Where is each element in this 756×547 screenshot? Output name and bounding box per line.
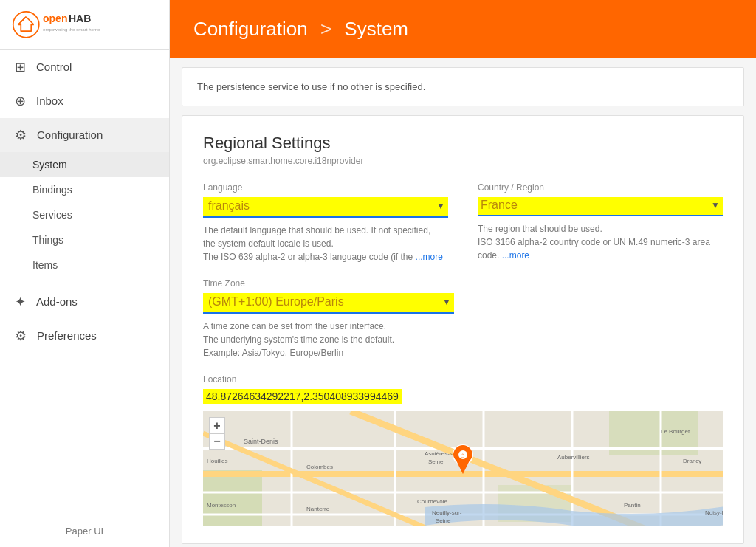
sidebar-footer: Paper UI xyxy=(0,515,169,547)
regional-title: Regional Settings xyxy=(203,134,723,153)
timezone-dropdown-arrow[interactable]: ▼ xyxy=(442,297,451,307)
svg-text:empowering the smart home: empowering the smart home xyxy=(43,27,100,32)
country-value: France xyxy=(481,199,711,212)
sidebar-subitem-bindings[interactable]: Bindings xyxy=(0,177,169,202)
svg-text:Montesson: Montesson xyxy=(207,502,236,509)
sidebar-subitem-things-label: Things xyxy=(32,234,63,246)
country-col: Country / Region France ▼ The region tha… xyxy=(478,182,723,264)
svg-text:Le Bourget: Le Bourget xyxy=(661,428,690,435)
timezone-value: (GMT+1:00) Europe/Paris xyxy=(206,295,438,309)
sidebar-subitem-system[interactable]: System xyxy=(0,152,169,177)
sidebar-item-addons[interactable]: ✦ Add-ons xyxy=(0,285,169,319)
svg-line-1 xyxy=(18,17,27,25)
svg-text:Aubervilliers: Aubervilliers xyxy=(557,454,590,461)
svg-text:Pantin: Pantin xyxy=(624,502,641,509)
preferences-icon: ⚙ xyxy=(15,328,27,344)
svg-line-2 xyxy=(26,17,34,25)
logo-area: open HAB empowering the smart home xyxy=(0,0,169,50)
country-more-link[interactable]: ...more xyxy=(502,250,529,261)
svg-text:Neuilly-sur-: Neuilly-sur- xyxy=(432,509,462,516)
country-desc: The region that should be used. ISO 3166… xyxy=(478,222,723,262)
location-value: 48.87264634292217,2.350408933994469 xyxy=(203,389,402,404)
location-label: Location xyxy=(203,374,723,385)
sidebar-item-control-label: Control xyxy=(36,61,72,73)
language-desc: The default language that should be used… xyxy=(203,224,448,264)
language-value: français xyxy=(206,199,436,213)
sidebar-subitem-system-label: System xyxy=(32,159,67,171)
sidebar-subitem-services[interactable]: Services xyxy=(0,202,169,227)
language-country-row: Language français ▼ The default language… xyxy=(203,182,723,264)
language-label: Language xyxy=(203,182,448,193)
map-container: Saint-Denis Le Bourget Aulnay-sous- Bois… xyxy=(203,411,723,526)
language-col: Language français ▼ The default language… xyxy=(203,182,448,264)
svg-text:Houilles: Houilles xyxy=(207,458,227,464)
language-select[interactable]: français ▼ xyxy=(203,197,448,218)
country-select[interactable]: France ▼ xyxy=(478,197,723,216)
sidebar-item-inbox-label: Inbox xyxy=(36,94,63,107)
page-header: Configuration > System xyxy=(170,0,756,58)
configuration-icon: ⚙ xyxy=(15,127,27,143)
sidebar-item-addons-label: Add-ons xyxy=(36,295,78,308)
svg-text:Seine: Seine xyxy=(436,517,451,524)
zoom-in-button[interactable]: + xyxy=(209,417,225,433)
sidebar: open HAB empowering the smart home ⊞ Con… xyxy=(0,0,170,547)
map-zoom-controls: + − xyxy=(209,417,225,450)
content-area: The persistence service to use if no oth… xyxy=(170,58,756,547)
sidebar-subitem-items-label: Items xyxy=(32,259,58,271)
location-section: Location 48.87264634292217,2.35040893399… xyxy=(203,374,723,526)
sidebar-subitem-services-label: Services xyxy=(32,209,72,221)
breadcrumb-leaf: System xyxy=(344,18,408,40)
breadcrumb-separator: > xyxy=(320,18,331,40)
regional-subtitle: org.eclipse.smarthome.core.i18nprovider xyxy=(203,156,723,166)
regional-settings-card: Regional Settings org.eclipse.smarthome.… xyxy=(182,115,744,544)
persistence-card: The persistence service to use if no oth… xyxy=(182,67,744,106)
sidebar-subitem-bindings-label: Bindings xyxy=(32,184,72,196)
svg-text:Nanterre: Nanterre xyxy=(306,506,330,512)
sidebar-item-configuration-label: Configuration xyxy=(37,128,103,141)
sidebar-subitem-things[interactable]: Things xyxy=(0,227,169,252)
svg-text:Courbevoie: Courbevoie xyxy=(417,498,447,505)
country-label: Country / Region xyxy=(478,182,723,193)
breadcrumb-root: Configuration xyxy=(193,18,308,40)
svg-text:HAB: HAB xyxy=(69,13,91,24)
regional-section: Regional Settings org.eclipse.smarthome.… xyxy=(182,116,743,543)
svg-text:⌂: ⌂ xyxy=(461,451,465,459)
addons-icon: ✦ xyxy=(15,294,26,310)
svg-rect-7 xyxy=(203,470,262,526)
sidebar-item-configuration[interactable]: ⚙ Configuration xyxy=(0,118,169,152)
svg-text:Seine: Seine xyxy=(428,458,444,465)
svg-text:Les Lilas: Les Lilas xyxy=(631,524,655,526)
timezone-select[interactable]: (GMT+1:00) Europe/Paris ▼ xyxy=(203,293,454,314)
sidebar-item-control[interactable]: ⊞ Control xyxy=(0,50,169,84)
main-panel: Configuration > System The persistence s… xyxy=(170,0,756,547)
svg-text:Drancy: Drancy xyxy=(683,458,701,464)
country-dropdown-arrow[interactable]: ▼ xyxy=(711,200,720,210)
sidebar-item-preferences[interactable]: ⚙ Preferences xyxy=(0,319,169,353)
svg-text:open: open xyxy=(43,13,67,24)
sidebar-item-preferences-label: Preferences xyxy=(37,329,97,342)
timezone-label: Time Zone xyxy=(203,278,723,289)
timezone-desc: A time zone can be set from the user int… xyxy=(203,320,723,359)
svg-text:Saint-Denis: Saint-Denis xyxy=(244,438,278,445)
timezone-section: Time Zone (GMT+1:00) Europe/Paris ▼ A ti… xyxy=(203,278,723,359)
persistence-note: The persistence service to use if no oth… xyxy=(182,68,743,106)
svg-point-0 xyxy=(13,12,39,38)
inbox-icon: ⊕ xyxy=(15,93,26,109)
language-dropdown-arrow[interactable]: ▼ xyxy=(436,201,445,211)
zoom-out-button[interactable]: − xyxy=(209,433,225,450)
control-icon: ⊞ xyxy=(15,59,26,75)
sidebar-subitem-items[interactable]: Items xyxy=(0,252,169,278)
sidebar-item-inbox[interactable]: ⊕ Inbox xyxy=(0,84,169,118)
svg-text:Noisy-le-Sec: Noisy-le-Sec xyxy=(705,509,723,516)
language-more-link[interactable]: ...more xyxy=(416,252,443,262)
map-pin: ⌂ xyxy=(452,444,474,479)
svg-text:Colombes: Colombes xyxy=(306,464,333,470)
